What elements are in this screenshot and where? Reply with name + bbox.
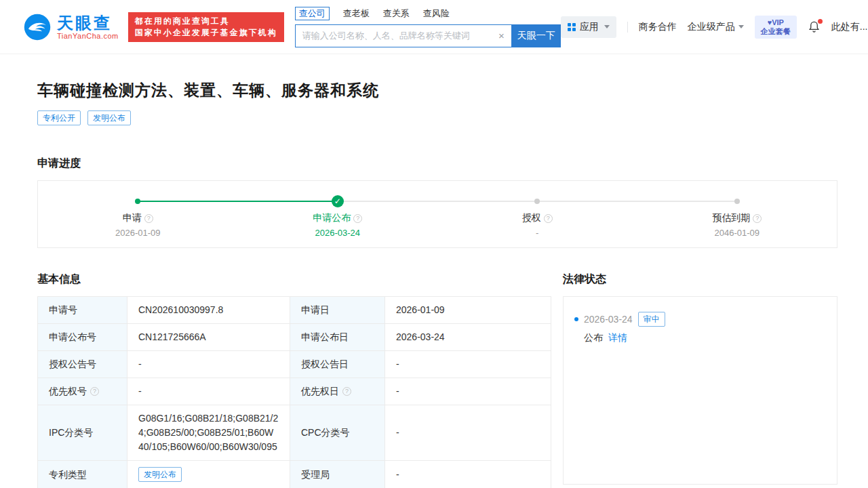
vip-label: VIP (772, 18, 784, 26)
help-icon[interactable]: ? (753, 214, 762, 223)
nav-item-enterprise[interactable]: 企业级产品 (688, 21, 744, 33)
notification-bell-icon[interactable] (808, 20, 821, 33)
main-content: 车辆碰撞检测方法、装置、车辆、服务器和系统 专利公开 发明公布 申请进度 申请 … (0, 80, 868, 488)
table-row: 专利类型 发明公布 受理局 - (38, 461, 551, 488)
timeline-steps: 申请 ? 2026-01-09 ✓ 申请公布 ? 2026-03-24 (38, 181, 837, 247)
patent-tag-public: 专利公开 (37, 110, 81, 125)
field-label: 优先权号 (49, 384, 87, 399)
legal-item-status-tag: 审中 (638, 312, 665, 327)
search-tab-boss[interactable]: 查老板 (343, 7, 370, 20)
step-marker: ✓ (332, 195, 344, 207)
logo[interactable]: 天眼查 TianYanCha.com (23, 13, 119, 41)
chevron-down-icon (604, 25, 610, 28)
apps-menu-button[interactable]: 应用 (561, 16, 616, 38)
timeline-step-expiry: 预估到期 ? 2046-01-09 (637, 181, 837, 247)
field-value: - (385, 461, 551, 488)
nav-item-business[interactable]: 商务合作 (639, 21, 677, 33)
logo-icon (23, 13, 52, 41)
progress-section-title: 申请进度 (37, 157, 837, 171)
enterprise-label: 企业级产品 (688, 21, 735, 33)
help-icon[interactable]: ? (353, 214, 362, 223)
search-tab-company[interactable]: 查公司 (295, 7, 330, 20)
patent-type-tag: 发明公布 (138, 467, 182, 482)
step-marker (135, 195, 140, 207)
step-dot-done (135, 199, 140, 204)
legal-status-item: 2026-03-24 审中 公布 详情 (574, 312, 826, 344)
legal-status-section: 法律状态 2026-03-24 审中 公布 详情 (563, 272, 837, 485)
step-date: 2046-01-09 (715, 228, 760, 238)
help-icon[interactable]: ? (342, 387, 351, 396)
table-row: 授权公告号 - 授权公告日 - (38, 351, 551, 378)
field-label: 授权公告号 (38, 351, 127, 378)
field-label: 受理局 (290, 461, 385, 488)
search-tab-relation[interactable]: 查关系 (383, 7, 410, 20)
search-tabs: 查公司 查老板 查关系 查风险 (295, 7, 561, 20)
field-value: 2026-03-24 (385, 324, 551, 351)
search-input[interactable] (296, 30, 492, 41)
timeline-step-grant: 授权 ? - (437, 181, 637, 247)
progress-timeline: 申请 ? 2026-01-09 ✓ 申请公布 ? 2026-03-24 (37, 180, 837, 248)
info-section: 基本信息 申请号 CN202610030997.8 申请日 2026-01-09… (37, 272, 837, 488)
step-marker (734, 195, 740, 207)
search-row: × 天眼一下 (295, 24, 561, 47)
more-label: 此处有... (831, 21, 868, 33)
legal-status-box: 2026-03-24 审中 公布 详情 (563, 296, 837, 485)
search-button[interactable]: 天眼一下 (512, 24, 561, 47)
help-icon[interactable]: ? (144, 214, 153, 223)
basic-info-table: 申请号 CN202610030997.8 申请日 2026-01-09 申请公布… (37, 296, 551, 488)
step-date: 2026-01-09 (115, 228, 161, 238)
field-label: 专利类型 (38, 461, 127, 488)
table-row: IPC分类号 G08G1/16;G08B21/18;G08B21/24;G08B… (38, 405, 551, 461)
patent-tag-row: 专利公开 发明公布 (37, 110, 837, 125)
field-value: CN202610030997.8 (127, 297, 290, 324)
field-value: - (385, 405, 551, 461)
step-date: 2026-03-24 (315, 228, 361, 238)
application-progress-section: 申请进度 申请 ? 2026-01-09 ✓ 申请公布 ? (37, 157, 837, 248)
logo-cn: 天眼查 (57, 14, 119, 32)
legal-item-action: 公布 (584, 332, 603, 343)
field-label: IPC分类号 (38, 405, 127, 461)
clear-icon[interactable]: × (492, 30, 511, 41)
field-label: 授权公告日 (290, 351, 385, 378)
slogan-line1: 都在用的商业查询工具 (135, 16, 277, 27)
notification-dot (818, 19, 823, 24)
field-value: - (385, 351, 551, 378)
table-row: 申请公布号 CN121725666A 申请公布日 2026-03-24 (38, 324, 551, 351)
patent-title: 车辆碰撞检测方法、装置、车辆、服务器和系统 (37, 80, 837, 101)
search-area: 查公司 查老板 查关系 查风险 × 天眼一下 (295, 7, 561, 47)
step-marker (534, 195, 540, 207)
legal-item-date: 2026-03-24 (584, 314, 633, 325)
nav-item-more[interactable]: 此处有... (831, 21, 868, 33)
step-label: 授权 (522, 212, 541, 224)
search-box: × (295, 24, 512, 47)
bullet-icon (574, 317, 578, 321)
slogan-badge: 都在用的商业查询工具 国家中小企业发展子基金旗下机构 (128, 12, 284, 42)
help-icon[interactable]: ? (90, 387, 99, 396)
step-dot-pending (734, 199, 740, 204)
timeline-step-application: 申请 ? 2026-01-09 (38, 181, 238, 247)
field-value: - (385, 378, 551, 405)
table-row: 优先权号 ? - 优先权日 ? - (38, 378, 551, 405)
field-value: 2026-01-09 (385, 297, 551, 324)
step-date: - (536, 228, 538, 238)
field-label: 申请公布日 (290, 324, 385, 351)
site-header: 天眼查 TianYanCha.com 都在用的商业查询工具 国家中小企业发展子基… (0, 0, 868, 54)
search-tab-risk[interactable]: 查风险 (423, 7, 450, 20)
slogan-line2: 国家中小企业发展子基金旗下机构 (135, 27, 277, 39)
field-value: CN121725666A (127, 324, 290, 351)
field-label: 申请号 (38, 297, 127, 324)
field-value: - (127, 378, 290, 405)
check-icon: ✓ (332, 195, 344, 207)
legal-item-detail-link[interactable]: 详情 (608, 332, 627, 343)
step-label: 预估到期 (712, 212, 750, 224)
vip-package-badge[interactable]: ♥VIP 企业套餐 (755, 16, 797, 39)
legal-status-title: 法律状态 (563, 272, 837, 287)
chevron-down-icon (738, 25, 744, 28)
field-label: 申请日 (290, 297, 385, 324)
field-label: CPC分类号 (290, 405, 385, 461)
header-nav: 应用 商务合作 企业级产品 ♥VIP 企业套餐 此处有... (561, 16, 868, 39)
timeline-step-publication: ✓ 申请公布 ? 2026-03-24 (238, 181, 438, 247)
step-label: 申请公布 (313, 212, 351, 224)
help-icon[interactable]: ? (544, 214, 553, 223)
logo-text: 天眼查 TianYanCha.com (57, 14, 119, 40)
